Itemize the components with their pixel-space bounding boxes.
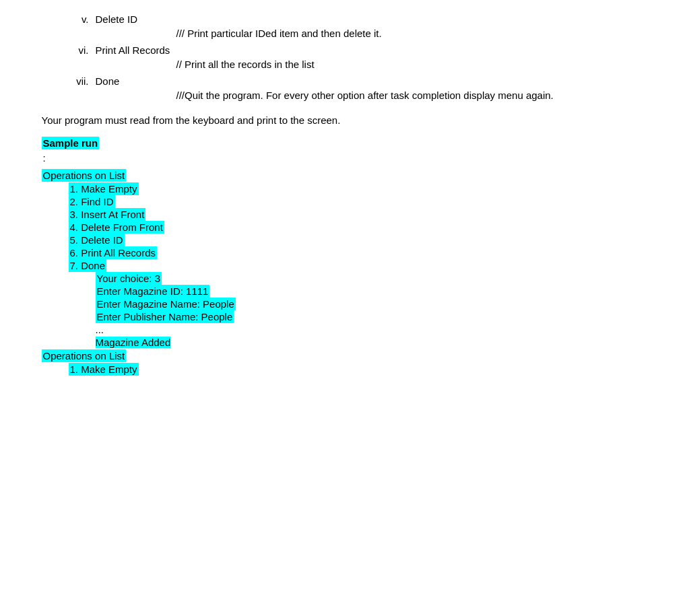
menu-item-3-text: 3. Insert At Front (69, 208, 146, 221)
enter-magazine-id-text: Enter Magazine ID: 1111 (96, 285, 210, 298)
your-choice-text: Your choice: 3 (96, 272, 162, 285)
colon-line: : (43, 152, 648, 164)
operations-menu-block: Operations on List 1. Make Empty 2. Find… (42, 169, 648, 375)
second-ops-block: Operations on List 1. Make Empty (42, 349, 648, 375)
menu-item-7: 7. Done (69, 260, 648, 271)
second-menu-item-1: 1. Make Empty (69, 364, 648, 375)
item-name-vii: Done (96, 75, 120, 87)
menu-header-text: Operations on List (42, 169, 127, 182)
second-menu-header: Operations on List (42, 349, 127, 362)
intro-text: Your program must read from the keyboard… (42, 114, 648, 126)
menu-item-1-text: 1. Make Empty (69, 182, 139, 195)
item-comment-vii: ///Quit the program. For every other opt… (42, 90, 648, 101)
item-comment-vi: // Print all the records in the list (42, 59, 648, 70)
magazine-added-text: Magazine Added (96, 337, 171, 348)
magazine-added-line: Magazine Added (96, 337, 648, 348)
menu-item-6: 6. Print All Records (69, 247, 648, 259)
dots-line: ... (96, 324, 648, 335)
enter-magazine-name-text: Enter Magazine Name: People (96, 298, 236, 310)
menu-item-2-text: 2. Find ID (69, 195, 115, 208)
menu-item-6-text: 6. Print All Records (69, 246, 158, 259)
menu-header: Operations on List (42, 169, 648, 183)
item-name-vi: Print All Records (96, 44, 170, 56)
list-item-v: v. Delete ID (42, 13, 648, 25)
menu-item-7-text: 7. Done (69, 259, 107, 272)
item-label-v: v. (42, 13, 96, 25)
enter-magazine-id-line: Enter Magazine ID: 1111 (96, 285, 648, 297)
list-item-vi: vi. Print All Records (42, 44, 648, 56)
enter-magazine-name-line: Enter Magazine Name: People (96, 298, 648, 310)
menu-item-5-text: 5. Delete ID (69, 234, 125, 246)
second-menu-item-1-text: 1. Make Empty (69, 363, 139, 376)
item-label-vi: vi. (42, 44, 96, 56)
your-choice-line: Your choice: 3 (96, 273, 648, 284)
menu-item-3: 3. Insert At Front (69, 209, 648, 220)
item-comment-v: /// Print particular IDed item and then … (42, 28, 648, 39)
list-item-vii: vii. Done (42, 75, 648, 87)
item-label-vii: vii. (42, 75, 96, 87)
sample-run-label: Sample run (42, 137, 100, 149)
menu-item-4-text: 4. Delete From Front (69, 221, 164, 234)
menu-item-4: 4. Delete From Front (69, 221, 648, 233)
menu-item-2: 2. Find ID (69, 196, 648, 207)
enter-publisher-name-text: Enter Publisher Name: People (96, 310, 234, 323)
sample-run-block: Sample run : (42, 137, 648, 164)
page-content: v. Delete ID /// Print particular IDed i… (42, 13, 648, 375)
menu-item-1: 1. Make Empty (69, 183, 648, 195)
interaction-block: Your choice: 3 Enter Magazine ID: 1111 E… (96, 273, 648, 322)
enter-publisher-name-line: Enter Publisher Name: People (96, 311, 648, 322)
item-name-v: Delete ID (96, 13, 138, 25)
menu-item-5: 5. Delete ID (69, 234, 648, 246)
